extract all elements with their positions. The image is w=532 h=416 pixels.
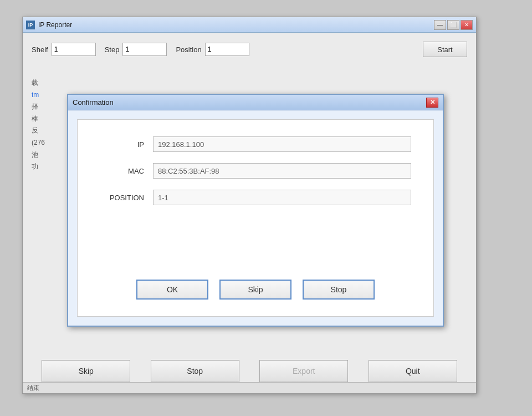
dialog-buttons: OK Skip Stop bbox=[100, 280, 411, 300]
position-label: Position bbox=[176, 45, 201, 54]
bottom-buttons: Skip Stop Export Quit bbox=[23, 360, 476, 382]
export-bottom-button[interactable]: Export bbox=[259, 360, 348, 382]
confirmation-dialog: Confirmation ✕ IP MAC bbox=[67, 94, 444, 327]
skip-bottom-button[interactable]: Skip bbox=[42, 360, 130, 382]
left-text-line7: 池 bbox=[32, 149, 65, 161]
dialog-close-icon: ✕ bbox=[430, 99, 435, 106]
left-text-line3: 择 bbox=[32, 101, 65, 113]
left-text-line8: 功 bbox=[32, 161, 65, 173]
ok-button[interactable]: OK bbox=[136, 280, 208, 300]
position-group: Position bbox=[176, 43, 249, 56]
left-text-line2: tm bbox=[32, 89, 65, 102]
ip-row: IP bbox=[100, 136, 411, 152]
main-content: Shelf Step Position Start 载 tm 择 棒 反 (27… bbox=[23, 33, 476, 393]
minimize-button[interactable]: — bbox=[434, 20, 446, 30]
dialog-stop-button[interactable]: Stop bbox=[303, 280, 375, 300]
mac-row: MAC bbox=[100, 163, 411, 179]
dialog-title: Confirmation bbox=[73, 98, 114, 106]
step-label: Step bbox=[105, 45, 120, 54]
title-bar-left: IP IP Reporter bbox=[26, 21, 72, 29]
window-title: IP Reporter bbox=[38, 21, 72, 29]
step-input[interactable] bbox=[122, 43, 167, 56]
dialog-body: IP MAC POSITION OK bbox=[77, 119, 434, 317]
main-window: IP IP Reporter — ⬜ ✕ Shelf Step Position bbox=[22, 17, 477, 394]
dialog-close-button[interactable]: ✕ bbox=[426, 98, 438, 108]
left-panel-text: 载 tm 择 棒 反 (276 池 功 bbox=[32, 77, 65, 173]
app-icon: IP bbox=[26, 21, 35, 29]
shelf-input[interactable] bbox=[52, 43, 96, 56]
left-text-line1: 载 bbox=[32, 77, 65, 89]
left-text-line6: (276 bbox=[32, 137, 65, 149]
dialog-position-label: POSITION bbox=[100, 194, 144, 202]
status-text: 结束 bbox=[27, 384, 39, 392]
position-input[interactable] bbox=[205, 43, 249, 56]
shelf-label: Shelf bbox=[32, 45, 48, 54]
mac-label: MAC bbox=[100, 167, 144, 175]
start-button[interactable]: Start bbox=[423, 42, 467, 57]
title-bar: IP IP Reporter — ⬜ ✕ bbox=[23, 17, 476, 33]
dialog-skip-button[interactable]: Skip bbox=[219, 280, 291, 300]
dialog-fields: IP MAC POSITION bbox=[100, 136, 411, 205]
shelf-group: Shelf bbox=[32, 43, 96, 56]
dialog-title-bar: Confirmation ✕ bbox=[68, 95, 443, 110]
close-button[interactable]: ✕ bbox=[461, 20, 473, 30]
dialog-position-input[interactable] bbox=[153, 190, 411, 205]
ip-input[interactable] bbox=[153, 136, 411, 152]
mac-input[interactable] bbox=[153, 163, 411, 179]
dialog-position-row: POSITION bbox=[100, 190, 411, 205]
step-group: Step bbox=[105, 43, 167, 56]
ip-label: IP bbox=[100, 140, 144, 149]
left-text-line4: 棒 bbox=[32, 113, 65, 125]
maximize-button[interactable]: ⬜ bbox=[447, 20, 459, 30]
title-controls: — ⬜ ✕ bbox=[434, 20, 473, 30]
left-text-line5: 反 bbox=[32, 125, 65, 137]
stop-bottom-button[interactable]: Stop bbox=[151, 360, 239, 382]
status-bar: 结束 bbox=[23, 382, 476, 393]
quit-bottom-button[interactable]: Quit bbox=[369, 360, 457, 382]
toolbar: Shelf Step Position Start bbox=[32, 42, 467, 57]
